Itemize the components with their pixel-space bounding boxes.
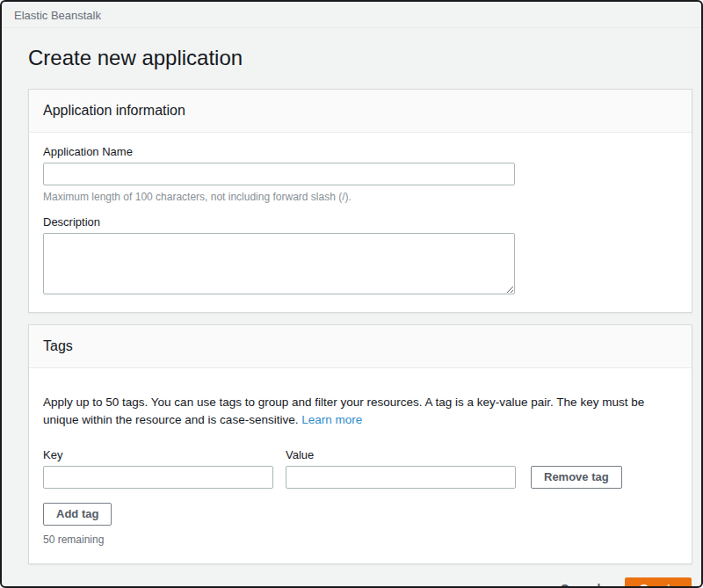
- tags-panel: Tags Apply up to 50 tags. You can use ta…: [28, 324, 692, 564]
- learn-more-link[interactable]: Learn more: [301, 413, 362, 426]
- tags-remaining-count: 50 remaining: [43, 534, 678, 546]
- tag-value-column: Value: [286, 448, 516, 489]
- tag-value-label: Value: [286, 448, 516, 461]
- form-actions-footer: Cancel Create: [2, 564, 701, 588]
- application-name-label: Application Name: [43, 145, 678, 158]
- application-information-body: Application Name Maximum length of 100 c…: [29, 133, 692, 312]
- tag-key-column: Key: [43, 448, 273, 489]
- create-application-page: Elastic Beanstalk Create new application…: [0, 0, 703, 588]
- tag-key-label: Key: [43, 448, 273, 461]
- add-tag-button[interactable]: Add tag: [43, 503, 112, 526]
- create-button[interactable]: Create: [625, 577, 692, 588]
- breadcrumb-bar: Elastic Beanstalk: [2, 2, 701, 28]
- remove-tag-button[interactable]: Remove tag: [531, 466, 622, 489]
- page-title: Create new application: [28, 46, 675, 70]
- description-label: Description: [43, 215, 678, 229]
- application-name-input[interactable]: [43, 163, 515, 185]
- cancel-button[interactable]: Cancel: [560, 582, 600, 588]
- tags-body: Apply up to 50 tags. You can use tags to…: [29, 368, 692, 563]
- tags-header: Tags: [29, 325, 692, 368]
- description-textarea[interactable]: [43, 233, 515, 294]
- application-information-panel: Application information Application Name…: [28, 89, 692, 313]
- tag-value-input[interactable]: [286, 466, 516, 489]
- breadcrumb[interactable]: Elastic Beanstalk: [14, 9, 101, 22]
- tags-intro-text: Apply up to 50 tags. You can use tags to…: [43, 394, 678, 430]
- application-name-helper: Maximum length of 100 characters, not in…: [43, 191, 678, 203]
- tag-key-input[interactable]: [43, 466, 273, 489]
- application-information-header: Application information: [29, 90, 692, 133]
- tag-row: Key Value Remove tag: [43, 448, 678, 489]
